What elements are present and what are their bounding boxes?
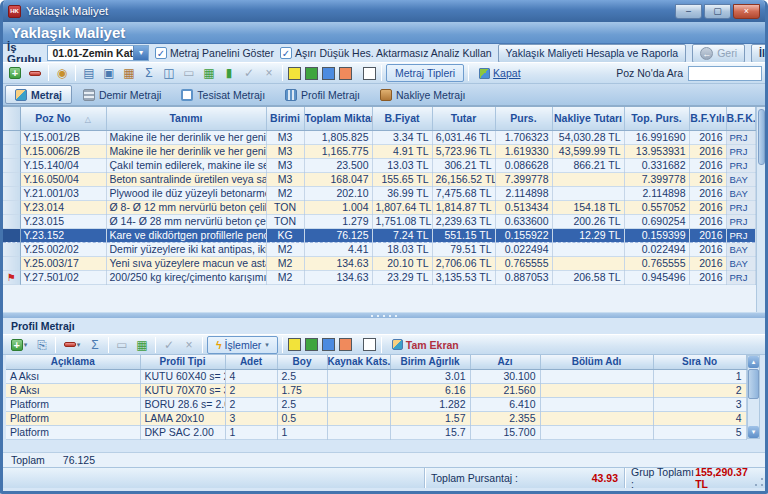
filter-yellow-button[interactable] — [288, 67, 301, 80]
filter-green-button[interactable] — [305, 67, 318, 80]
profil-filter-yellow-button[interactable] — [288, 338, 301, 351]
table-row[interactable]: Y.15.140/04Çakıl temin edilerek, makine … — [3, 158, 755, 172]
column-header[interactable]: Poz No△ — [20, 107, 106, 130]
islemler-button[interactable]: ϟ İşlemler ▾ — [207, 336, 278, 354]
apply-button[interactable]: ✓ — [240, 64, 258, 82]
column-header[interactable]: B.F.Yılı — [689, 107, 726, 130]
tab-metraj[interactable]: Metraj — [5, 85, 72, 104]
table-row[interactable]: Y.16.050/04Beton santralinde üretilen ve… — [3, 172, 755, 186]
hesapla-raporla-button[interactable]: Yaklaşık Maliyeti Hesapla ve Raporla — [498, 44, 687, 63]
profil-copy-button[interactable]: ⎘ — [33, 336, 51, 354]
metraj-tipleri-button[interactable]: Metraj Tipleri — [386, 64, 464, 82]
print-button[interactable]: ▭ — [180, 64, 198, 82]
column-header[interactable]: B.F.K. — [726, 107, 755, 130]
profil-sum-button[interactable]: Σ — [86, 336, 104, 354]
chevron-down-icon[interactable]: ▾ — [133, 46, 148, 60]
table-row[interactable]: Y.25.002/02Demir yüzeylere iki kat antip… — [3, 242, 755, 256]
tab-profil-metraji[interactable]: Profil Metrajı — [276, 85, 369, 104]
ileri-button[interactable]: İleri → — [751, 44, 768, 63]
profil-filter-green-button[interactable] — [305, 338, 318, 351]
tam-ekran-button[interactable]: Tam Ekran — [386, 336, 465, 354]
notes-button[interactable]: ▮ — [220, 64, 238, 82]
profil-remove-button[interactable]: ▾ — [60, 336, 84, 354]
poz-search-input[interactable] — [688, 66, 762, 81]
cell: PRJ — [726, 228, 755, 242]
filter-blue-button[interactable] — [322, 67, 335, 80]
column-header[interactable]: Purs. — [495, 107, 552, 130]
column-header[interactable]: Toplam Miktar — [304, 107, 372, 130]
column-header[interactable]: Top. Purs. — [624, 107, 689, 130]
column-header[interactable]: Birimi — [266, 107, 304, 130]
maximize-button[interactable]: ▢ — [704, 4, 731, 19]
kapat-button[interactable]: Kapat — [473, 64, 526, 82]
scroll-up-icon[interactable]: ▴ — [748, 356, 759, 368]
cancel-button[interactable]: × — [260, 64, 278, 82]
scrollbar-thumb[interactable] — [748, 369, 759, 399]
table-row[interactable]: A AksıKUTU 60X40 s= 2 mm42.53.0130.1001 — [6, 369, 746, 383]
table-row[interactable]: Y.23.152Kare ve dikdörtgen profillerle p… — [3, 228, 755, 242]
table-row[interactable]: Y.23.014Ø 8- Ø 12 mm nervürlü beton çeli… — [3, 200, 755, 214]
profil-cancel-button[interactable]: × — [180, 336, 198, 354]
table-row[interactable]: PlatformBORU 28.6 s= 2.022.51.2826.4103 — [6, 397, 746, 411]
profil-apply-button[interactable]: ✓ — [160, 336, 178, 354]
scroll-down-icon[interactable]: ▾ — [748, 426, 759, 438]
table-row[interactable]: ⚑Y.27.501/02200/250 kg kireç/çimento kar… — [3, 270, 755, 284]
geri-button[interactable]: ← Geri — [692, 44, 745, 63]
column-header[interactable]: Nakliye Tutarı — [552, 107, 624, 130]
profil-filter-white-button[interactable] — [363, 338, 376, 351]
package-button[interactable]: ▦ — [120, 64, 138, 82]
column-header[interactable]: Boy — [277, 355, 327, 369]
table-row[interactable]: Y.15.006/2BMakine ile her derinlik ve he… — [3, 144, 755, 158]
cell: M3 — [266, 158, 304, 172]
column-header[interactable]: Profil Tipi — [140, 355, 225, 369]
checkbox-check-icon[interactable]: ✓ — [155, 47, 167, 59]
metraj-panel-checkbox[interactable]: ✓ Metraj Panelini Göster — [155, 47, 274, 59]
profil-print-button[interactable]: ▭ — [113, 336, 131, 354]
column-header[interactable]: Sıra No — [653, 355, 746, 369]
column-header[interactable]: Tanımı — [106, 107, 266, 130]
filter-white-button[interactable] — [363, 67, 376, 80]
column-header[interactable]: Azı — [470, 355, 540, 369]
table-row[interactable]: PlatformDKP SAC 2.001115.715.7005 — [6, 425, 746, 439]
profil-filter-orange-button[interactable] — [339, 338, 352, 351]
tab-tesisat-metraji[interactable]: Tesisat Metrajı — [172, 85, 274, 104]
table-row[interactable]: B AksıKUTU 70X70 s= 3 mm21.756.1621.5602 — [6, 383, 746, 397]
transfer-button[interactable]: ▣ — [100, 64, 118, 82]
table-row[interactable]: Y.23.015Ø 14- Ø 28 mm nervürlü beton çel… — [3, 214, 755, 228]
column-header[interactable]: Birim Ağırlık — [390, 355, 470, 369]
checkbox-check-icon[interactable]: ✓ — [280, 47, 292, 59]
column-header[interactable]: B.Fiyat — [372, 107, 432, 130]
close-button[interactable]: × — [733, 4, 760, 19]
table-row[interactable]: PlatformLAMA 20x1030.51.572.3554 — [6, 411, 746, 425]
table-row[interactable]: Y.25.003/17Yeni sıva yüzeylere macun ve … — [3, 256, 755, 270]
table-row[interactable]: Y.21.001/03Plywood ile düz yüzeyli beton… — [3, 186, 755, 200]
excel-button[interactable]: ▦ — [200, 64, 218, 82]
column-header[interactable]: Kaynak Kats. — [327, 355, 390, 369]
profil-grid-scrollbar[interactable]: ▴ ▾ — [747, 355, 760, 439]
column-header[interactable]: Bölüm Adı — [540, 355, 653, 369]
minimize-button[interactable]: – — [675, 4, 702, 19]
poz-grid-scrollbar[interactable] — [756, 107, 766, 312]
analiz-checkbox[interactable]: ✓ Aşırı Düşük Hes. Aktarmasız Analiz Kul… — [280, 47, 492, 59]
cell: M2 — [266, 186, 304, 200]
add-row-button[interactable]: + — [6, 64, 24, 82]
column-header[interactable]: Tutar — [432, 107, 495, 130]
column-header[interactable]: Adet — [225, 355, 277, 369]
alarm-button[interactable]: ◉ — [53, 64, 71, 82]
tab-demir-metraji[interactable]: Demir Metraji — [74, 85, 170, 104]
resize-grip[interactable] — [754, 477, 764, 487]
remove-row-button[interactable] — [26, 64, 44, 82]
scrollbar-thumb[interactable] — [758, 109, 765, 165]
column-header[interactable]: Açıklama — [6, 355, 140, 369]
profil-add-button[interactable]: +▾ — [7, 336, 31, 354]
window-view-button[interactable]: ◫ — [160, 64, 178, 82]
profil-filter-blue-button[interactable] — [322, 338, 335, 351]
cell: 2.114898 — [624, 186, 689, 200]
preview-button[interactable]: ▤ — [80, 64, 98, 82]
tab-nakliye-metraji[interactable]: Nakliye Metrajı — [371, 85, 474, 104]
profil-excel-button[interactable]: ▦ — [133, 336, 151, 354]
filter-orange-button[interactable] — [339, 67, 352, 80]
sum-button[interactable]: Σ — [140, 64, 158, 82]
table-row[interactable]: Y.15.001/2BMakine ile her derinlik ve he… — [3, 130, 755, 144]
is-grubu-combobox[interactable]: 01.01-Zemin Kat ▾ — [47, 45, 149, 61]
